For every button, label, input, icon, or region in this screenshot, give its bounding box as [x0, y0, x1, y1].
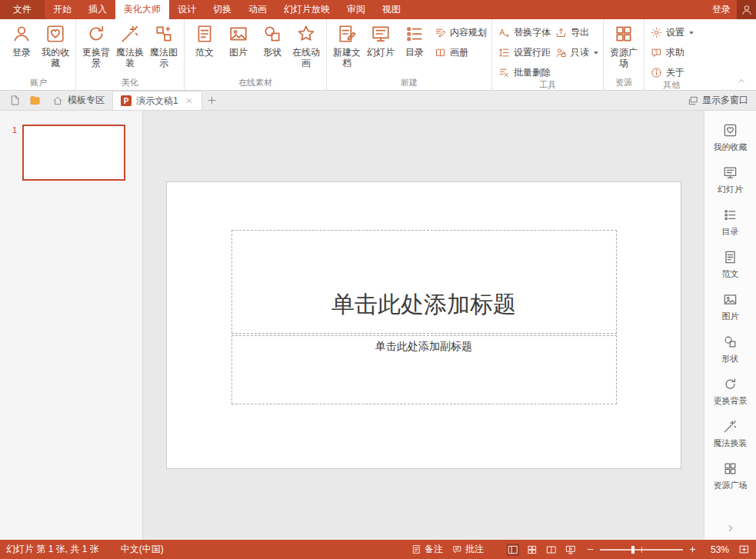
collapse-ribbon-button[interactable]	[736, 76, 748, 87]
zoom-control	[586, 545, 697, 554]
line-spacing-icon	[498, 47, 510, 58]
sidebar-expand-button[interactable]	[704, 523, 756, 534]
change-background-label: 更换背景	[81, 47, 112, 68]
sidebar-label: 目录	[722, 226, 739, 238]
slide-counter: 幻灯片 第 1 张, 共 1 张	[6, 543, 99, 556]
sidebar-item-magic-dress[interactable]: 魔法换装	[704, 413, 756, 455]
zoom-out-button[interactable]	[586, 545, 594, 554]
online-animation-button[interactable]: 在线动画	[289, 19, 323, 68]
export-button[interactable]: 导出	[555, 26, 598, 39]
sidebar-label: 形状	[722, 353, 739, 364]
sidebar-item-sample[interactable]: 范文	[704, 244, 756, 286]
replace-font-button[interactable]: 替换字体	[498, 26, 551, 39]
menu-tab-beautify-master[interactable]: 美化大师	[115, 0, 169, 19]
normal-view-button[interactable]	[507, 544, 519, 556]
slide-surface[interactable]: 单击此处添加标题 单击此处添加副标题	[166, 181, 681, 469]
album-button[interactable]: 画册	[435, 46, 487, 59]
tools-column-1: 替换字体 设置行距 批量删除	[495, 19, 552, 79]
tab-presentation-1[interactable]: P 演示文稿1	[112, 91, 202, 110]
reading-view-button[interactable]	[545, 544, 558, 556]
sidebar-item-resource-plaza[interactable]: 资源广场	[704, 455, 756, 497]
content-plan-button[interactable]: 内容规划	[435, 26, 487, 39]
menu-tab-insert[interactable]: 插入	[80, 0, 115, 19]
pictures-button[interactable]: 图片	[221, 19, 255, 58]
sidebar-item-toc[interactable]: 目录	[704, 201, 756, 244]
sidebar-item-shapes[interactable]: 形状	[704, 328, 756, 371]
menu-tab-view[interactable]: 视图	[374, 0, 409, 19]
sidebar-item-pictures[interactable]: 图片	[704, 286, 756, 328]
batch-delete-button[interactable]: 批量删除	[498, 66, 551, 79]
menu-tab-transitions[interactable]: 切换	[205, 0, 240, 19]
menu-tab-slideshow[interactable]: 幻灯片放映	[275, 0, 338, 19]
app-window: 文件 开始 插入 美化大师 设计 切换 动画 幻灯片放映 审阅 视图 登录 登录	[0, 0, 756, 559]
shapes-button[interactable]: 形状	[255, 19, 289, 58]
document-icon	[723, 250, 738, 265]
menu-file-tab[interactable]: 文件	[0, 0, 45, 19]
readonly-button[interactable]: 只读	[555, 46, 598, 59]
zoom-slider[interactable]	[600, 549, 683, 551]
sidebar-item-change-background[interactable]: 更换背景	[704, 371, 756, 413]
new-file-button[interactable]	[5, 91, 25, 110]
slideshow-view-button[interactable]	[565, 544, 577, 556]
sidebar-item-slides[interactable]: 幻灯片	[704, 159, 756, 201]
close-tab-icon[interactable]	[185, 96, 194, 105]
subtitle-placeholder-text: 单击此处添加副标题	[375, 340, 472, 354]
new-document-button[interactable]: 新建文档	[330, 19, 364, 68]
grid-icon	[614, 24, 634, 44]
view-switcher	[507, 544, 577, 556]
fit-slide-icon	[738, 544, 750, 555]
comments-label: 批注	[465, 543, 484, 556]
list-icon	[405, 24, 425, 44]
plus-icon	[688, 545, 697, 554]
workspace: 1 单击此处添加标题 单击此处添加副标题 我的收藏 幻灯片	[0, 111, 756, 540]
menu-tab-design[interactable]: 设计	[169, 0, 205, 19]
slides-button[interactable]: 幻灯片	[364, 19, 398, 58]
menu-tab-review[interactable]: 审阅	[338, 0, 374, 19]
add-tab-button[interactable]	[202, 91, 222, 110]
menu-tab-animations[interactable]: 动画	[240, 0, 275, 19]
help-bubble-icon	[651, 47, 662, 58]
resource-plaza-button[interactable]: 资源广场	[607, 19, 641, 68]
notes-button[interactable]: 备注	[411, 543, 443, 556]
comments-button[interactable]: 批注	[452, 543, 484, 556]
menu-tab-home[interactable]: 开始	[45, 0, 80, 19]
subtitle-placeholder[interactable]: 单击此处添加副标题	[231, 335, 617, 404]
magic-diagram-label: 魔法图示	[148, 47, 179, 68]
group-label-tools: 工具	[495, 79, 600, 91]
show-multi-window-button[interactable]: 显示多窗口	[688, 91, 756, 110]
help-button[interactable]: 求助	[651, 46, 694, 59]
zoom-percentage[interactable]: 53%	[706, 544, 729, 555]
login-link[interactable]: 登录	[712, 3, 731, 16]
readonly-lock-icon	[555, 47, 567, 58]
my-favorites-button[interactable]: 我的收藏	[38, 19, 72, 68]
pictures-label: 图片	[229, 47, 248, 58]
thumbnail-slide-1[interactable]: 1	[9, 125, 142, 181]
language-indicator[interactable]: 中文(中国)	[121, 543, 164, 556]
change-background-button[interactable]: 更换背景	[79, 19, 113, 68]
tab-template-zone[interactable]: 模板专区	[45, 91, 112, 110]
slides-label: 幻灯片	[367, 47, 395, 58]
toc-button[interactable]: 目录	[398, 19, 431, 58]
about-button[interactable]: 关于	[651, 66, 694, 79]
heart-box-icon	[45, 24, 65, 44]
sample-docs-button[interactable]: 范文	[188, 19, 221, 58]
heart-box-icon	[723, 123, 738, 138]
open-file-button[interactable]	[25, 91, 45, 110]
info-icon	[651, 67, 662, 78]
slide-sorter-view-button[interactable]	[526, 544, 538, 556]
avatar[interactable]	[737, 0, 756, 19]
magic-dress-button[interactable]: 魔法换装	[113, 19, 147, 68]
line-spacing-button[interactable]: 设置行距	[498, 46, 551, 59]
title-placeholder[interactable]: 单击此处添加标题	[231, 230, 617, 334]
fit-to-window-button[interactable]	[738, 544, 750, 555]
slide-1-thumbnail[interactable]	[22, 125, 125, 181]
user-avatar-icon	[741, 4, 753, 16]
magic-diagram-button[interactable]: 魔法图示	[147, 19, 181, 68]
plus-icon	[206, 95, 218, 106]
help-label: 求助	[666, 46, 684, 59]
zoom-in-button[interactable]	[688, 545, 697, 554]
zoom-slider-handle[interactable]	[631, 546, 634, 554]
settings-button[interactable]: 设置	[651, 26, 694, 39]
login-button[interactable]: 登录	[5, 19, 38, 58]
sidebar-item-favorites[interactable]: 我的收藏	[704, 117, 756, 159]
